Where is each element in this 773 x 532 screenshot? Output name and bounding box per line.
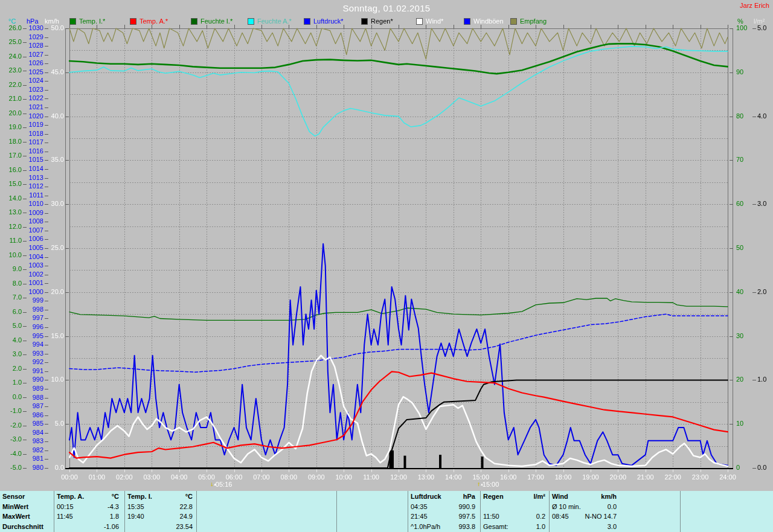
- tick-label: 26.0: [0, 25, 22, 31]
- legend-item-feuchtei[interactable]: Feuchte I.*: [191, 18, 233, 25]
- tick-label: 1023: [19, 86, 43, 93]
- cell-time: 00:15: [57, 503, 74, 510]
- x-tick-label: 17:00: [522, 473, 550, 481]
- legend-item-windböen[interactable]: Windböen: [464, 18, 504, 25]
- row-label: MinWert: [2, 503, 28, 510]
- tick-label: 2.0: [757, 289, 766, 295]
- legend-item-empfang[interactable]: Empfang: [510, 18, 547, 25]
- daily-statistics-table: SensorMinWertMaxWertDurchschnittTemp. A.…: [0, 491, 773, 532]
- tick-label: 2.0: [0, 365, 22, 372]
- cell-time: 04:35: [411, 503, 428, 510]
- tick-label: 50.0: [40, 25, 64, 31]
- tick-label: 20: [736, 376, 743, 383]
- tick-label: 24.0: [0, 53, 22, 60]
- x-tick-label: 19:00: [577, 473, 605, 481]
- tick-label: 1009: [19, 210, 43, 216]
- legend-item-luftdruck[interactable]: Luftdruck*: [304, 18, 344, 25]
- legend-swatch-icon: [130, 18, 136, 25]
- tick-label: 1008: [19, 218, 43, 225]
- tick-label: 18.0: [0, 138, 22, 145]
- tick-label: 40.0: [40, 113, 64, 120]
- tick-label: 20.0: [0, 110, 22, 117]
- table-column-wind: Windkm/hØ 10 min.0.008:45N-NO 14.73.0: [550, 491, 681, 532]
- tick-label: 987: [19, 403, 43, 409]
- tick-label: 992: [19, 359, 43, 365]
- tick-label: 10.0: [40, 376, 64, 383]
- sun-down-arrow-marker-icon: ↓: [210, 481, 213, 487]
- x-tick-label: 18:00: [550, 473, 577, 481]
- tick-label: 60: [736, 200, 743, 207]
- tick-label: 7.0: [0, 294, 22, 301]
- x-tick-label: 24:00: [714, 473, 742, 481]
- legend-item-regen[interactable]: Regen*: [361, 18, 393, 25]
- tick-label: 983: [19, 438, 43, 444]
- weather-station-app-window: Sonntag, 01.02.2015 Jarz Erich Temp. I.*…: [0, 0, 773, 532]
- tick-label: 50: [736, 245, 743, 251]
- table-column-tempa: Temp. A.°C00:15-4.311:451.8-1.06: [54, 491, 125, 532]
- legend-item-feuchtea[interactable]: Feuchte A.*: [248, 18, 292, 25]
- tick-label: 1026: [19, 60, 43, 66]
- legend-item-tempi[interactable]: Temp. I.*: [69, 18, 105, 25]
- tick-label: 993: [19, 350, 43, 357]
- x-tick-label: 22:00: [659, 473, 687, 481]
- cell-time: 08:45: [552, 513, 569, 520]
- tick-label: 16.0: [0, 167, 22, 173]
- tick-label: 988: [19, 394, 43, 401]
- tick-label: 1024: [19, 77, 43, 84]
- x-tick-label: 02:00: [111, 473, 138, 481]
- cell-time: 21:45: [411, 513, 428, 520]
- tick-label: 70: [736, 156, 743, 163]
- legend-swatch-icon: [248, 18, 254, 25]
- tick-label: 45.0: [40, 69, 64, 75]
- cell-value: 1.0: [536, 523, 545, 530]
- cell-value: N-NO 14.7: [585, 513, 617, 520]
- tick-label: 1012: [19, 183, 43, 190]
- tick-label: 1029: [19, 34, 43, 40]
- cell-time: 11:45: [57, 513, 73, 520]
- column-unit: °C: [112, 493, 119, 500]
- cell-time: ^1.0hPa/h: [411, 523, 440, 530]
- legend-item-tempa[interactable]: Temp. A.*: [130, 18, 168, 25]
- tick-label: 14.0: [0, 195, 22, 202]
- x-tick-label: 14:00: [440, 473, 467, 481]
- tick-label: 1004: [19, 254, 43, 260]
- tick-label: 986: [19, 412, 43, 418]
- legend-swatch-icon: [510, 18, 517, 25]
- x-tick-label: 04:00: [165, 473, 193, 481]
- legend-label: Wind*: [426, 18, 443, 25]
- time-marker-1500: ↑▴15:00: [477, 480, 499, 489]
- legend-label: Feuchte A.*: [257, 18, 292, 25]
- legend-swatch-icon: [361, 18, 368, 25]
- cell-value: 997.5: [458, 513, 475, 520]
- x-tick-label: 07:00: [248, 473, 275, 481]
- legend-label: Luftdruck*: [313, 18, 344, 25]
- cell-value: -4.3: [107, 503, 119, 510]
- tick-label: 23.0: [0, 67, 22, 74]
- tick-label: 1002: [19, 271, 43, 278]
- row-label: MaxWert: [2, 513, 30, 520]
- legend-swatch-icon: [191, 18, 197, 25]
- tick-label: 1007: [19, 227, 43, 234]
- legend-swatch-icon: [304, 18, 310, 25]
- cell-value: -1.06: [104, 523, 119, 530]
- x-tick-label: 10:00: [330, 473, 358, 481]
- tick-label: 17.0: [0, 152, 22, 159]
- x-tick-label: 13:00: [412, 473, 440, 481]
- cell-value: 24.9: [180, 513, 193, 520]
- tick-label: 15.0: [0, 181, 22, 187]
- cell-value: 993.8: [458, 523, 475, 530]
- tick-label: 1017: [19, 139, 43, 146]
- tick-label: 1.0: [757, 376, 766, 383]
- cell-value: 1.8: [110, 513, 119, 520]
- tick-label: 25.0: [40, 245, 64, 251]
- column-unit: hPa: [463, 493, 475, 500]
- x-tick-label: 03:00: [138, 473, 165, 481]
- legend-item-wind[interactable]: Wind*: [416, 18, 443, 25]
- tick-label: 10.0: [0, 252, 22, 258]
- tick-label: 1027: [19, 51, 43, 58]
- page-title: Sonntag, 01.02.2015: [0, 3, 773, 13]
- tick-label: 5.0: [0, 322, 22, 329]
- x-tick-label: 21:00: [632, 473, 659, 481]
- tick-label: 4.0: [757, 113, 766, 120]
- tick-label: 20.0: [40, 289, 64, 295]
